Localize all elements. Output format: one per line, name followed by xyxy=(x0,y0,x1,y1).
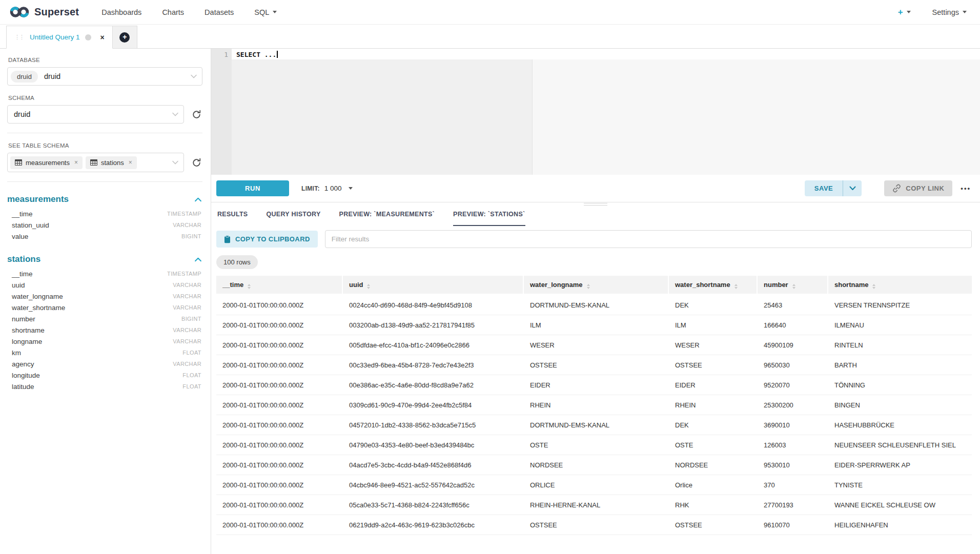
column-header-water_shortname[interactable]: water_shortname xyxy=(669,276,758,295)
copy-link-button[interactable]: COPY LINK xyxy=(884,180,952,196)
table-cell: HEILIGENHAFEN xyxy=(828,515,972,535)
table-chip-stations[interactable]: stations× xyxy=(86,156,137,169)
sort-icon[interactable] xyxy=(792,284,795,289)
remove-chip-icon[interactable]: × xyxy=(129,159,132,166)
more-options-button[interactable]: ••• xyxy=(961,184,971,192)
nav-right: + Settings xyxy=(898,7,967,17)
nav-item-sql[interactable]: SQL xyxy=(254,8,277,16)
sql-code-line[interactable]: SELECT ... xyxy=(236,50,278,59)
print-margin-ruler xyxy=(532,49,980,175)
filter-results-input[interactable] xyxy=(325,230,972,248)
table-cell: 04790e03-4353-4e80-beef-b3ed439484bc xyxy=(343,435,524,455)
table-cell: NEUENSEER SCHLEUSENFLETH SIEL xyxy=(828,435,972,455)
results-tab[interactable]: PREVIEW: `MEASUREMENTS` xyxy=(339,202,435,226)
column-header-label: shortname xyxy=(834,281,868,289)
schema-column: longnameVARCHAR xyxy=(7,336,202,347)
table-name[interactable]: measurements xyxy=(7,194,69,204)
query-tab[interactable]: ⋮⋮ Untitled Query 1 × xyxy=(6,26,113,49)
schema-select[interactable]: druid xyxy=(7,105,184,124)
chevron-up-icon[interactable] xyxy=(195,197,201,202)
column-name: __time xyxy=(12,270,33,278)
sort-icon[interactable] xyxy=(872,284,875,289)
remove-chip-icon[interactable]: × xyxy=(74,159,78,166)
table-cell: WESER xyxy=(524,335,669,355)
schema-table-stations: stations__timeTIMESTAMPuuidVARCHARwater_… xyxy=(7,254,202,392)
table-row: 2000-01-01T00:00:00.000Z06219dd9-a2c4-46… xyxy=(216,515,972,535)
column-name: number xyxy=(12,315,35,323)
schema-column: longitudeFLOAT xyxy=(7,370,202,381)
table-cell: 2000-01-01T00:00:00.000Z xyxy=(216,455,343,475)
column-type: TIMESTAMP xyxy=(167,211,201,217)
nav-item-datasets[interactable]: Datasets xyxy=(205,8,234,16)
run-button[interactable]: RUN xyxy=(216,180,289,196)
chevron-up-icon[interactable] xyxy=(195,257,201,262)
close-tab-icon[interactable]: × xyxy=(100,33,105,42)
sort-icon[interactable] xyxy=(587,284,590,289)
table-cell: 3690010 xyxy=(758,415,828,435)
nav-item-dashboards[interactable]: Dashboards xyxy=(101,8,141,16)
limit-dropdown[interactable]: LIMIT: 1 000 xyxy=(301,184,353,192)
new-item-button[interactable]: + xyxy=(898,7,911,17)
table-name[interactable]: stations xyxy=(7,254,40,264)
schema-table-measurements: measurements__timeTIMESTAMPstation_uuidV… xyxy=(7,194,202,242)
copy-to-clipboard-button[interactable]: COPY TO CLIPBOARD xyxy=(216,231,318,248)
sort-icon[interactable] xyxy=(248,284,251,289)
refresh-tables-icon[interactable] xyxy=(190,156,202,169)
table-cell: WANNE EICKEL SCHLEUSE OW xyxy=(828,495,972,515)
column-header-label: number xyxy=(764,281,788,289)
table-chip-measurements[interactable]: measurements× xyxy=(10,156,83,169)
results-tab[interactable]: QUERY HISTORY xyxy=(267,202,321,226)
column-header-__time[interactable]: __time xyxy=(216,276,343,295)
chevron-down-icon xyxy=(907,11,911,13)
text-cursor xyxy=(277,51,278,58)
settings-menu[interactable]: Settings xyxy=(932,8,967,16)
table-cell: 9650030 xyxy=(758,355,828,375)
superset-logo[interactable]: Superset xyxy=(9,5,79,19)
chevron-down-icon xyxy=(191,74,197,78)
table-cell: 00e386ac-e35c-4a6e-80dd-f8cd8a9e7a62 xyxy=(343,375,524,395)
table-cell: RHEIN-HERNE-KANAL xyxy=(524,495,669,515)
table-cell: 9530010 xyxy=(758,455,828,475)
infinity-logo-icon xyxy=(9,5,30,19)
column-header-shortname[interactable]: shortname xyxy=(828,276,972,295)
schema-column: __timeTIMESTAMP xyxy=(7,268,202,279)
refresh-schema-icon[interactable] xyxy=(190,108,202,120)
table-cell: 9610070 xyxy=(758,515,828,535)
table-cell: OSTSEE xyxy=(524,355,669,375)
table-cell: RHEIN xyxy=(669,395,758,415)
results-table-body: 2000-01-01T00:00:00.000Z0024cc40-d690-46… xyxy=(216,295,972,535)
table-cell: EIDER xyxy=(524,375,669,395)
table-row: 2000-01-01T00:00:00.000Z003200ab-d138-49… xyxy=(216,315,972,335)
save-button[interactable]: SAVE xyxy=(805,180,843,196)
table-cell: 00c33ed9-6bea-45b4-8728-7edc7e43e2f3 xyxy=(343,355,524,375)
column-header-water_longname[interactable]: water_longname xyxy=(524,276,669,295)
schema-value: druid xyxy=(14,110,30,118)
table-cell: Orlice xyxy=(669,475,758,495)
sort-icon[interactable] xyxy=(734,284,738,289)
superset-sql-lab: Superset DashboardsChartsDatasetsSQL + S… xyxy=(0,0,980,554)
results-tab[interactable]: PREVIEW: `STATIONS` xyxy=(453,202,525,226)
sort-icon[interactable] xyxy=(367,284,370,289)
nav-item-charts[interactable]: Charts xyxy=(162,8,184,16)
pane-resize-handle[interactable] xyxy=(584,203,607,207)
table-row: 2000-01-01T00:00:00.000Z0309cd61-90c9-47… xyxy=(216,395,972,415)
results-tab[interactable]: RESULTS xyxy=(217,202,248,226)
unsaved-indicator-icon xyxy=(85,34,91,40)
column-type: VARCHAR xyxy=(173,293,201,299)
table-cell: 2000-01-01T00:00:00.000Z xyxy=(216,375,343,395)
database-select[interactable]: druid druid xyxy=(7,67,202,86)
drag-handle-icon[interactable]: ⋮⋮ xyxy=(14,34,24,40)
add-query-tab-button[interactable]: + xyxy=(113,26,137,49)
table-cell: 2000-01-01T00:00:00.000Z xyxy=(216,415,343,435)
table-chips: measurements×stations× xyxy=(10,156,137,169)
table-schema-select[interactable]: measurements×stations× xyxy=(7,153,184,172)
schema-column: water_shortnameVARCHAR xyxy=(7,302,202,313)
column-type: VARCHAR xyxy=(173,304,201,311)
column-header-number[interactable]: number xyxy=(758,276,828,295)
sql-lab-sidebar: DATABASE druid druid SCHEMA druid xyxy=(0,49,211,554)
sql-editor[interactable]: 1 SELECT ... xyxy=(211,49,980,175)
table-cell: 005dfdae-efcc-410a-bf1c-24096e0c2866 xyxy=(343,335,524,355)
column-header-uuid[interactable]: uuid xyxy=(343,276,524,295)
column-name: latitude xyxy=(12,383,34,391)
save-options-button[interactable] xyxy=(843,180,862,196)
